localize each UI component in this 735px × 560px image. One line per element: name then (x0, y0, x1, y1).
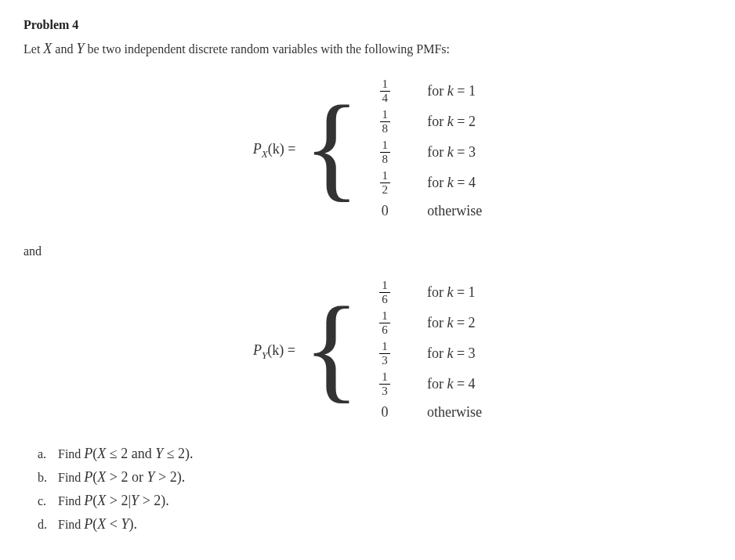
pmf-x-val-4: 12 (366, 170, 404, 196)
left-brace-icon: { (303, 103, 360, 191)
and-text: and (24, 242, 711, 261)
question-d: d. Find P(X < Y). (38, 514, 711, 535)
question-b-expr: P(X > 2 or Y > 2). (84, 469, 185, 485)
pmf-x-num-1: 1 (380, 78, 391, 91)
intro-text-pre: Let (24, 42, 43, 56)
question-b-label: b. (38, 468, 55, 487)
intro-text-mid: and (52, 42, 76, 56)
pmf-y-block: PY(k) = { 16 for k = 1 16 for k = 2 (24, 280, 711, 423)
question-a-expr: P(X ≤ 2 and Y ≤ 2). (84, 446, 193, 461)
question-d-label: d. (38, 515, 55, 534)
pmf-y-cond-1: for k = 1 (427, 282, 476, 303)
pmf-x-arg: (k) = (268, 141, 296, 157)
question-c-label: c. (38, 492, 55, 511)
pmf-y-cond-4: for k = 4 (427, 374, 476, 395)
pmf-y-brace-wrap: { 16 for k = 1 16 for k = 2 13 (303, 280, 482, 423)
pmf-y-val-5: 0 (366, 402, 404, 423)
pmf-y-label: PY(k) = (253, 340, 295, 363)
pmf-y-row-1: 16 for k = 1 (366, 280, 482, 305)
pmf-y-den-2: 6 (379, 323, 390, 336)
problem-container: Problem 4 Let X and Y be two independent… (24, 16, 711, 535)
pmf-x-row-5: 0 otherwise (366, 201, 482, 222)
pmf-y-num-3: 1 (379, 341, 390, 353)
question-a: a. Find P(X ≤ 2 and Y ≤ 2). (38, 443, 711, 464)
pmf-x-val-3: 18 (366, 139, 404, 165)
question-c-expr: P(X > 2|Y > 2). (84, 493, 168, 508)
pmf-x-cond-2: for k = 2 (427, 111, 476, 132)
pmf-x-val-2: 18 (366, 109, 404, 135)
pmf-y-den-4: 3 (379, 384, 390, 397)
pmf-x-den-2: 8 (380, 121, 391, 135)
left-brace-icon: { (303, 304, 360, 392)
pmf-x-val-1: 14 (366, 78, 404, 104)
intro-text-post: be two independent discrete random varia… (84, 42, 450, 56)
pmf-y-arg: (k) = (267, 342, 295, 358)
question-d-expr: P(X < Y). (84, 516, 137, 532)
question-c: c. Find P(X > 2|Y > 2). (38, 490, 711, 511)
pmf-x-sub: X (262, 148, 268, 160)
question-c-find: Find (58, 494, 84, 508)
pmf-y-row-2: 16 for k = 2 (366, 310, 482, 336)
pmf-y-val-1: 16 (366, 280, 404, 305)
pmf-x-cases: 14 for k = 1 18 for k = 2 18 for k = 3 (366, 78, 482, 222)
pmf-y-num-1: 1 (379, 280, 390, 292)
pmf-y-cond-3: for k = 3 (427, 343, 476, 364)
pmf-x-brace-wrap: { 14 for k = 1 18 for k = 2 18 (303, 78, 482, 222)
question-b: b. Find P(X > 2 or Y > 2). (38, 467, 711, 488)
pmf-x-den-1: 4 (380, 91, 391, 104)
pmf-x-num-3: 1 (380, 139, 391, 152)
pmf-x-cond-5: otherwise (427, 201, 482, 222)
pmf-x-den-4: 2 (380, 182, 391, 196)
pmf-y-val-2: 16 (366, 310, 404, 336)
question-a-find: Find (58, 447, 84, 461)
pmf-x-row-3: 18 for k = 3 (366, 139, 482, 165)
pmf-x-row-4: 12 for k = 4 (366, 170, 482, 196)
var-y: Y (76, 41, 84, 56)
problem-title: Problem 4 (24, 16, 711, 34)
pmf-x-cond-1: for k = 1 (427, 81, 476, 102)
pmf-x-num-4: 1 (380, 170, 391, 182)
pmf-x-block: PX(k) = { 14 for k = 1 18 for k = 2 (24, 78, 711, 222)
pmf-x-val-5: 0 (366, 201, 404, 222)
pmf-x-num-2: 1 (380, 109, 391, 121)
pmf-x-P: P (253, 141, 262, 157)
pmf-y-cond-2: for k = 2 (427, 313, 476, 334)
problem-intro: Let X and Y be two independent discrete … (24, 38, 711, 60)
pmf-y-den-3: 3 (379, 353, 390, 367)
pmf-y-num-2: 1 (379, 310, 390, 323)
pmf-x-label: PX(k) = (253, 139, 296, 161)
pmf-y-val-4: 13 (366, 371, 404, 397)
pmf-y-val-3: 13 (366, 341, 404, 367)
var-x: X (43, 41, 52, 56)
pmf-x-den-3: 8 (380, 152, 391, 165)
pmf-x-row-1: 14 for k = 1 (366, 78, 482, 104)
question-d-find: Find (58, 518, 84, 531)
pmf-y-cond-5: otherwise (427, 402, 482, 423)
pmf-y-row-5: 0 otherwise (366, 402, 482, 423)
pmf-y-row-4: 13 for k = 4 (366, 371, 482, 397)
pmf-y-cases: 16 for k = 1 16 for k = 2 13 for k = 3 (366, 280, 482, 423)
question-b-find: Find (58, 471, 84, 484)
pmf-y-P: P (253, 342, 262, 358)
questions-list: a. Find P(X ≤ 2 and Y ≤ 2). b. Find P(X … (24, 443, 711, 535)
pmf-x-row-2: 18 for k = 2 (366, 109, 482, 135)
pmf-y-row-3: 13 for k = 3 (366, 341, 482, 367)
question-a-label: a. (38, 445, 55, 464)
pmf-x-cond-4: for k = 4 (427, 172, 476, 193)
pmf-y-num-4: 1 (379, 371, 390, 384)
pmf-x-cond-3: for k = 3 (427, 142, 476, 163)
pmf-y-den-1: 6 (379, 292, 390, 305)
